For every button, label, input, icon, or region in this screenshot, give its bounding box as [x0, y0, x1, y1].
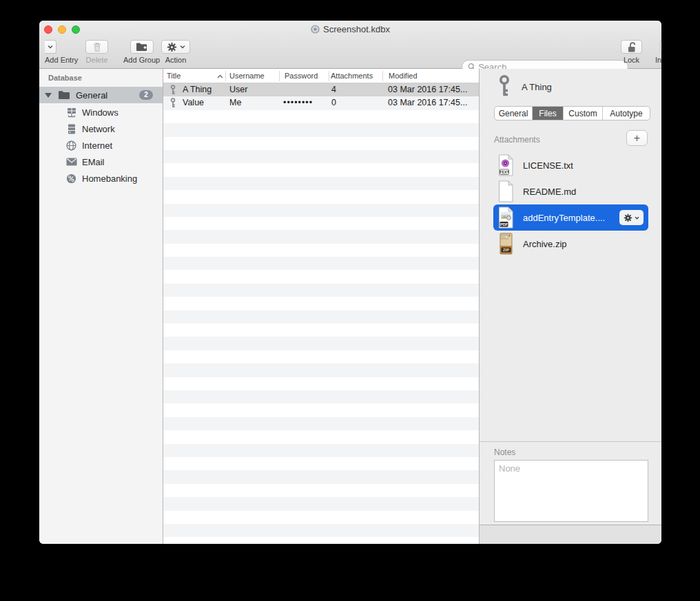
table-row-empty	[163, 123, 479, 136]
table-row[interactable]: A Thing User 4 03 Mar 2016 17:45...	[163, 83, 479, 96]
table-row-empty	[163, 177, 479, 190]
tab-custom[interactable]: Custom	[564, 107, 603, 120]
table-row[interactable]: Value Me •••••••• 0 03 Mar 2016 17:45...	[163, 96, 479, 109]
svg-text:ZIP: ZIP	[503, 248, 509, 252]
inspector-footer	[480, 525, 661, 544]
add-entry-dropdown-arrow-icon[interactable]	[45, 40, 56, 54]
cell-modified: 03 Mar 2016 17:45...	[388, 96, 467, 109]
gear-icon	[167, 42, 177, 52]
attachment-name: README.md	[523, 187, 576, 197]
table-row-empty	[163, 363, 479, 377]
lock-label: Lock	[621, 56, 642, 64]
server-icon	[65, 124, 77, 134]
sidebar-item-email[interactable]: EMail	[39, 154, 163, 170]
table-row-empty	[163, 257, 479, 270]
notes-textarea[interactable]	[494, 460, 648, 522]
table-row-empty	[163, 417, 479, 430]
attachment-name: Archive.zip	[523, 239, 567, 249]
sidebar-item-homebanking[interactable]: Homebanking	[39, 170, 163, 187]
column-header-attachments[interactable]: Attachments	[331, 72, 373, 80]
sidebar-item-general[interactable]: General 2	[39, 87, 163, 103]
column-header-title[interactable]: Title	[167, 72, 181, 80]
document-proxy-icon[interactable]	[311, 25, 320, 36]
app-window: Screenshot.kdbx Add Entry Delete	[39, 21, 661, 544]
cell-attachments: 4	[331, 83, 336, 96]
add-group-button[interactable]	[130, 40, 154, 54]
attachment-name: addEntryTemplate....	[523, 213, 605, 223]
table-row-empty	[163, 444, 479, 457]
column-header-modified[interactable]: Modified	[389, 72, 418, 80]
windows-group-icon	[65, 107, 77, 118]
table-row-empty	[163, 524, 479, 537]
svg-text:TEXT: TEXT	[500, 170, 509, 174]
table-row-empty	[163, 484, 479, 497]
envelope-icon	[65, 158, 77, 166]
action-toolbar-item: Action	[161, 40, 190, 64]
entry-count-badge: 2	[139, 90, 153, 100]
inspector-entry-title: A Thing	[522, 82, 552, 92]
delete-toolbar-item: Delete	[85, 40, 108, 64]
percent-icon	[65, 173, 77, 184]
column-header-password[interactable]: Password	[285, 72, 318, 80]
entry-table-header: Title Username Password Attachments Modi…	[163, 69, 479, 83]
attachment-row-selected[interactable]: PDF addEntryTemplate....	[493, 204, 648, 231]
globe-icon	[65, 140, 77, 151]
svg-text:PDF: PDF	[500, 222, 508, 226]
sidebar-item-label: EMail	[82, 157, 105, 167]
add-entry-button[interactable]	[45, 40, 78, 54]
table-row-empty	[163, 284, 479, 297]
delete-button[interactable]	[85, 40, 108, 54]
table-row-empty	[163, 403, 479, 417]
attachment-action-button[interactable]	[619, 210, 644, 225]
attachments-header: Attachments	[494, 135, 540, 145]
table-row-empty	[163, 430, 479, 443]
table-row-empty	[163, 110, 479, 123]
window-title: Screenshot.kdbx	[323, 24, 390, 34]
table-row-empty	[163, 150, 479, 163]
txt-file-icon: TEXT	[497, 154, 516, 176]
table-row-empty	[163, 537, 479, 544]
table-row-empty	[163, 190, 479, 203]
tab-general[interactable]: General	[495, 107, 533, 120]
divider	[480, 441, 661, 442]
table-row-empty	[163, 230, 479, 243]
key-icon	[169, 85, 176, 97]
tab-files[interactable]: Files	[533, 107, 564, 120]
attachment-row[interactable]: TEXT LICENSE.txt	[493, 152, 648, 178]
cell-username: Me	[229, 96, 241, 109]
sidebar-item-label: Windows	[82, 107, 119, 118]
inspector-button[interactable]: i	[660, 40, 661, 54]
cell-modified: 03 Mar 2016 17:45...	[388, 83, 467, 96]
table-row-empty	[163, 377, 479, 390]
add-group-label: Add Group	[123, 56, 160, 64]
inspector-label: Inspector	[655, 56, 661, 64]
attachment-row[interactable]: ZIP Archive.zip	[493, 231, 648, 257]
attachment-list: TEXT LICENSE.txt README.md PDF addEntryT…	[493, 152, 648, 257]
attachment-name: LICENSE.txt	[523, 160, 573, 171]
column-header-username[interactable]: Username	[229, 72, 265, 80]
add-attachment-button[interactable]: +	[626, 130, 648, 146]
chevron-down-icon	[635, 216, 639, 220]
pdf-file-icon: PDF	[497, 207, 516, 229]
table-row-empty	[163, 137, 479, 150]
table-row-empty	[163, 244, 479, 257]
action-label: Action	[161, 56, 190, 64]
unlock-icon	[627, 42, 637, 52]
table-row-empty	[163, 310, 479, 324]
table-row-empty	[163, 270, 479, 283]
cell-username: User	[229, 83, 247, 96]
sidebar-item-internet[interactable]: Internet	[39, 137, 163, 154]
sidebar-item-network[interactable]: Network	[39, 120, 163, 137]
attachment-row[interactable]: README.md	[493, 178, 648, 204]
table-row-empty	[163, 457, 479, 470]
tab-autotype[interactable]: Autotype	[603, 107, 650, 120]
sidebar-item-windows[interactable]: Windows	[39, 104, 163, 120]
action-button[interactable]	[161, 40, 190, 54]
key-icon	[169, 98, 176, 110]
folder-icon	[58, 90, 70, 100]
lock-button[interactable]	[621, 40, 642, 54]
sidebar: Database General 2 Windows Network Inter…	[39, 69, 163, 544]
disclosure-triangle-icon[interactable]	[45, 93, 52, 98]
window-title-bar: Screenshot.kdbx	[39, 24, 661, 36]
sidebar-section-header: Database	[48, 74, 82, 82]
